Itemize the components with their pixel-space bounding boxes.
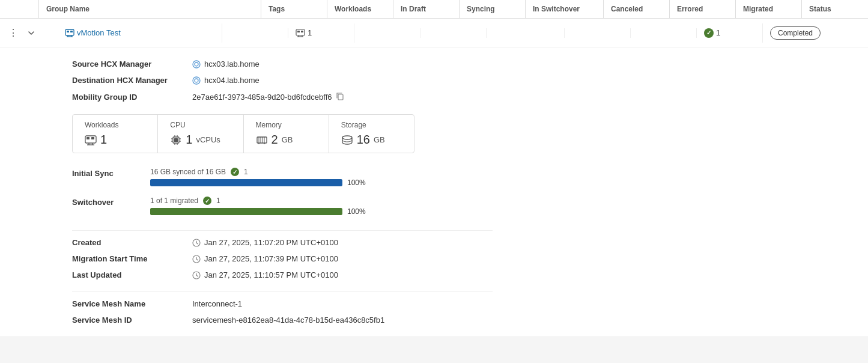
col-header-syncing: Syncing <box>460 0 526 18</box>
stat-memory-label: Memory <box>256 121 317 129</box>
col-header-canceled: Canceled <box>604 0 670 18</box>
switchover-bar-fill <box>150 208 342 215</box>
stat-vm-icon <box>85 134 97 146</box>
stat-memory: Memory 2 GB <box>244 115 329 153</box>
collapse-button[interactable] <box>24 26 38 40</box>
service-mesh-id-label: Service Mesh ID <box>72 316 192 325</box>
cell-status: Completed <box>763 22 829 44</box>
source-hcx-label: Source HCX Manager <box>72 59 192 69</box>
created-text: Jan 27, 2025, 11:07:20 PM UTC+0100 <box>204 238 338 247</box>
copy-icon[interactable] <box>336 92 344 102</box>
stat-storage-unit: GB <box>374 135 385 144</box>
stats-row: Workloads 1 CPU <box>72 114 414 153</box>
svg-rect-6 <box>296 29 305 35</box>
workload-count: 1 <box>296 28 312 38</box>
svg-point-40 <box>342 136 352 139</box>
initial-sync-pct: 100% <box>347 178 366 187</box>
dest-hcx-label: Destination HCX Manager <box>72 76 192 85</box>
mobility-id-value: 2e7ae61f-3973-485a-9d20-bd6fcdcebff6 <box>192 92 493 102</box>
stat-cpu-icon <box>170 134 182 146</box>
service-mesh-grid: Service Mesh Name Interconnect-1 Service… <box>72 291 493 325</box>
svg-point-15 <box>195 79 198 82</box>
workload-count-text: 1 <box>308 28 312 37</box>
col-header-in-draft: In Draft <box>393 0 460 18</box>
stat-cpu-label: CPU <box>170 121 231 129</box>
stat-workloads-count: 1 <box>100 133 107 147</box>
source-hcx-text: hcx03.lab.home <box>204 59 259 69</box>
svg-rect-0 <box>65 29 74 35</box>
svg-rect-19 <box>91 137 94 139</box>
cell-group-name: vMotion Test <box>58 23 222 43</box>
stat-storage: Storage 16 GB <box>329 115 414 153</box>
last-updated-clock-icon <box>192 271 201 279</box>
stat-workloads-value: 1 <box>85 133 145 147</box>
initial-sync-check-count: 1 <box>244 168 248 176</box>
initial-sync-info-text: 16 GB synced of 16 GB <box>150 168 226 176</box>
switchover-bar-bg <box>150 208 342 215</box>
migration-start-value: Jan 27, 2025, 11:07:39 PM UTC+0100 <box>192 254 493 263</box>
table-header: Group Name Tags Workloads In Draft Synci… <box>0 0 868 19</box>
cell-tags <box>222 28 288 38</box>
initial-sync-label: Initial Sync <box>72 168 150 178</box>
stat-storage-icon <box>341 134 353 146</box>
svg-point-13 <box>195 63 198 66</box>
source-hcx-icon <box>192 60 201 69</box>
migration-start-label: Migration Start Time <box>72 254 192 263</box>
switchover-pct: 100% <box>347 207 366 216</box>
progress-section: Initial Sync 16 GB synced of 16 GB 1 100… <box>72 168 414 216</box>
dest-hcx-text: hcx04.lab.home <box>204 76 259 85</box>
stat-memory-value: 2 GB <box>256 133 317 147</box>
cell-in-draft <box>354 28 420 38</box>
col-header-errored: Errored <box>670 0 736 18</box>
stat-cpu: CPU 1 vCPUs <box>158 115 243 153</box>
mobility-id-text: 2e7ae61f-3973-485a-9d20-bd6fcdcebff6 <box>192 93 332 102</box>
cell-canceled <box>565 28 631 38</box>
migration-group-row: ⋮ vMotion Test <box>0 19 868 337</box>
initial-sync-bar-bg <box>150 179 342 186</box>
service-mesh-name-value: Interconnect-1 <box>192 299 493 308</box>
col-header-workloads: Workloads <box>327 0 393 18</box>
svg-rect-1 <box>67 31 69 32</box>
service-mesh-name-label: Service Mesh Name <box>72 299 192 308</box>
svg-rect-2 <box>70 31 73 32</box>
initial-sync-check <box>231 168 239 176</box>
migrated-count: 1 <box>704 28 720 38</box>
migrated-check-icon <box>704 28 714 38</box>
svg-line-49 <box>196 275 198 276</box>
svg-rect-7 <box>297 31 300 32</box>
col-header-in-switchover: In Switchover <box>526 0 604 18</box>
mobility-id-label: Mobility Group ID <box>72 92 192 102</box>
last-updated-text: Jan 27, 2025, 11:10:57 PM UTC+0100 <box>204 270 338 279</box>
switchover-info: 1 of 1 migrated 1 <box>150 197 414 205</box>
source-hcx-value: hcx03.lab.home <box>192 59 493 69</box>
group-name-link[interactable]: vMotion Test <box>65 28 121 38</box>
stat-storage-count: 16 <box>357 133 370 147</box>
service-mesh-id-text: servicemesh-e8162ea8-41da-4c78-b15d-ea43… <box>192 316 384 325</box>
migration-start-text: Jan 27, 2025, 11:07:39 PM UTC+0100 <box>204 254 338 263</box>
cell-workloads: 1 <box>288 23 354 43</box>
last-updated-value: Jan 27, 2025, 11:10:57 PM UTC+0100 <box>192 270 493 279</box>
switchover-check <box>203 197 211 205</box>
initial-sync-bar-fill <box>150 179 342 186</box>
service-mesh-id-value: servicemesh-e8162ea8-41da-4c78-b15d-ea43… <box>192 316 493 325</box>
detail-info-grid: Source HCX Manager hcx03.lab.home Destin… <box>72 59 493 102</box>
svg-rect-33 <box>257 137 267 143</box>
cell-migrated: 1 <box>697 23 763 43</box>
cell-errored <box>631 28 697 38</box>
stat-workloads: Workloads 1 <box>73 115 158 153</box>
cell-in-switchover <box>487 28 565 38</box>
col-header-status: Status <box>802 0 868 18</box>
svg-rect-24 <box>174 138 178 142</box>
svg-point-12 <box>193 61 200 68</box>
initial-sync-detail: 16 GB synced of 16 GB 1 100% <box>150 168 414 187</box>
initial-sync-info: 16 GB synced of 16 GB 1 <box>150 168 414 176</box>
workload-icon <box>296 28 305 38</box>
stat-workloads-label: Workloads <box>85 121 145 129</box>
stat-memory-unit: GB <box>282 135 293 144</box>
switchover-check-count: 1 <box>216 197 220 205</box>
created-value: Jan 27, 2025, 11:07:20 PM UTC+0100 <box>192 238 493 247</box>
switchover-info-text: 1 of 1 migrated <box>150 197 198 205</box>
menu-button[interactable]: ⋮ <box>5 25 22 41</box>
vm-group-icon <box>65 28 74 38</box>
row-controls: ⋮ <box>0 25 58 41</box>
